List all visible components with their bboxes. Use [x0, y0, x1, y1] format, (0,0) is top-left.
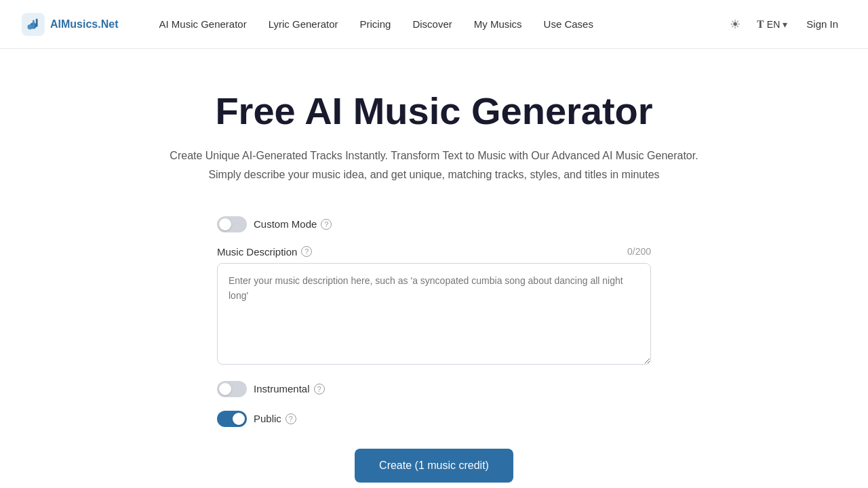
instrumental-toggle[interactable] [217, 381, 247, 397]
custom-mode-thumb [219, 218, 231, 230]
description-help-icon[interactable]: ? [301, 246, 312, 257]
description-field: Music Description ? 0/200 [217, 246, 651, 367]
custom-mode-label: Custom Mode ? [254, 218, 332, 230]
nav-use-cases[interactable]: Use Cases [536, 13, 601, 35]
description-label: Music Description ? [217, 246, 312, 258]
svg-point-3 [28, 24, 33, 30]
instrumental-help-icon[interactable]: ? [314, 384, 325, 394]
nav-links: AI Music Generator Lyric Generator Prici… [151, 13, 724, 35]
public-thumb [233, 413, 245, 425]
public-help-icon[interactable]: ? [285, 413, 296, 424]
custom-mode-help-icon[interactable]: ? [321, 219, 332, 230]
language-selector[interactable]: 𝐓 EN ▾ [757, 18, 787, 30]
logo-icon [22, 13, 45, 36]
main-content: Free AI Music Generator Create Unique AI… [0, 49, 868, 488]
custom-mode-track [217, 216, 247, 232]
custom-mode-row: Custom Mode ? [217, 216, 651, 232]
char-count: 0/200 [627, 246, 651, 257]
public-toggle[interactable] [217, 411, 247, 427]
nav-my-musics[interactable]: My Musics [466, 13, 530, 35]
generator-form: Custom Mode ? Music Description ? 0/200 [217, 216, 651, 483]
public-row: Public ? [217, 411, 651, 427]
sign-in-button[interactable]: Sign In [798, 14, 846, 34]
instrumental-track [217, 381, 247, 397]
nav-right: ☀ 𝐓 EN ▾ Sign In [724, 14, 846, 35]
language-label: EN [767, 19, 780, 30]
music-description-textarea[interactable] [217, 263, 651, 365]
hero-subtitle: Create Unique AI-Generated Tracks Instan… [153, 146, 715, 183]
translate-icon: 𝐓 [757, 18, 764, 30]
nav-pricing[interactable]: Pricing [352, 13, 399, 35]
instrumental-label: Instrumental ? [254, 383, 325, 394]
theme-toggle-button[interactable]: ☀ [724, 14, 746, 35]
navbar: AIMusics.Net AI Music Generator Lyric Ge… [0, 0, 868, 49]
logo-text: AIMusics.Net [50, 18, 118, 30]
chevron-down-icon: ▾ [783, 19, 787, 30]
svg-rect-2 [36, 18, 38, 26]
nav-discover[interactable]: Discover [404, 13, 460, 35]
instrumental-thumb [219, 383, 231, 395]
instrumental-row: Instrumental ? [217, 381, 651, 397]
hero-title: Free AI Music Generator [215, 89, 652, 133]
description-header: Music Description ? 0/200 [217, 246, 651, 258]
custom-mode-toggle[interactable] [217, 216, 247, 232]
nav-ai-music-generator[interactable]: AI Music Generator [151, 13, 254, 35]
public-track [217, 411, 247, 427]
logo-link[interactable]: AIMusics.Net [22, 13, 118, 36]
svg-rect-4 [33, 20, 35, 28]
public-label: Public ? [254, 413, 296, 424]
nav-lyric-generator[interactable]: Lyric Generator [260, 13, 347, 35]
create-button[interactable]: Create (1 music credit) [355, 449, 513, 483]
